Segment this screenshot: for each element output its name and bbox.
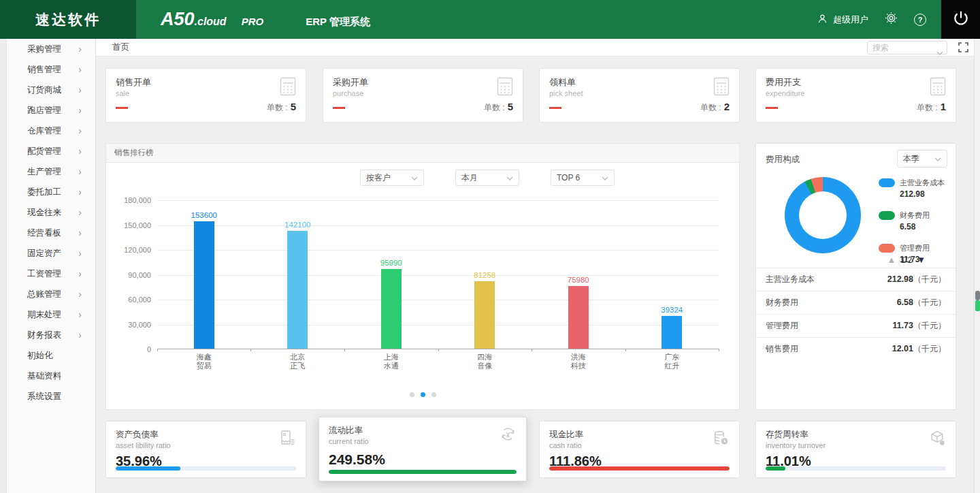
panel-title: 销售排行榜 [114, 148, 154, 158]
breadcrumb[interactable]: 首页 [112, 42, 129, 53]
x-axis-label: 广东红升 [625, 353, 719, 370]
power-icon [952, 10, 970, 30]
count-label: 单数 : [267, 103, 288, 112]
expense-period-select[interactable]: 本季 [897, 150, 947, 168]
legend-swatch [879, 244, 895, 253]
kpi-card-cash-ratio[interactable]: 现金比率 cash ratio 111.86% [539, 421, 740, 478]
sidebar-item-outsourcing[interactable]: 委托加工› [0, 182, 95, 202]
dimension-select[interactable]: 按客户 [360, 170, 424, 186]
kpi-progress-track [329, 470, 517, 474]
dashboard-content: 销售开单 sale 单数 :5 采购开单 purchase 单数 :5 [96, 57, 980, 493]
search-input[interactable] [867, 41, 947, 54]
product-edition: PRO [242, 16, 264, 27]
kpi-subtitle: inventory turnover [766, 441, 956, 449]
sidebar-item-period-end[interactable]: 期末处理› [0, 304, 95, 325]
stat-card-expenditure[interactable]: 费用开支 expenditure 单数 :1 [755, 68, 956, 123]
sidebar-item-distribution[interactable]: 配货管理› [0, 141, 95, 161]
sidebar-item-basic-data[interactable]: 基础资料 [0, 366, 95, 386]
carousel-dot-active[interactable] [421, 392, 425, 397]
x-axis-label: 四海音像 [438, 353, 532, 370]
chevron-down-icon[interactable] [936, 46, 943, 58]
sidebar-item-payroll[interactable]: 工资管理› [0, 264, 95, 284]
chevron-right-icon: › [78, 44, 82, 54]
user-menu[interactable]: 超级用户 [817, 13, 868, 27]
x-axis-tick [157, 349, 158, 351]
expense-unit: （千元） [913, 344, 946, 353]
logout-button[interactable] [941, 0, 980, 39]
settings-button[interactable] [885, 12, 898, 27]
sidebar-item-label: 现金往来 [27, 207, 61, 219]
stat-card-pick-sheet[interactable]: 领料单 pick sheet 单数 :2 [539, 68, 740, 123]
kpi-subtitle: current ratio [329, 437, 526, 445]
kpi-progress-fill [329, 470, 517, 474]
sidebar-item-dashboard[interactable]: 经营看板› [0, 223, 95, 243]
sidebar-item-label: 工资管理 [27, 268, 61, 280]
search-box [867, 41, 947, 54]
kpi-card-inventory-turnover[interactable]: 存货周转率 inventory turnover 11.01% [755, 421, 956, 478]
carousel-dot[interactable] [431, 392, 436, 397]
bar-column: 153600海鑫贸易 [157, 200, 251, 349]
calculator-icon [713, 77, 730, 99]
sidebar-item-label: 采购管理 [27, 44, 61, 55]
x-axis-label: 海鑫贸易 [157, 353, 251, 370]
period-select[interactable]: 本月 [455, 170, 519, 186]
stat-card-sale[interactable]: 销售开单 sale 单数 :5 [105, 68, 306, 123]
accent-dash [766, 107, 778, 109]
kpi-progress-fill [116, 466, 180, 471]
bar-column: 39324广东红升 [625, 200, 719, 349]
count-value: 5 [508, 101, 513, 112]
scrollbar-marker [975, 300, 980, 311]
calculator-icon [930, 77, 946, 99]
carousel-dots [106, 392, 739, 397]
chevron-right-icon: › [78, 167, 82, 176]
sidebar-item-fixed-assets[interactable]: 固定资产› [0, 243, 95, 264]
sidebar-item-label: 初始化 [27, 350, 53, 362]
down-arrow-icon[interactable]: ▼ [917, 255, 926, 265]
sidebar-item-ordering-mall[interactable]: 订货商城› [0, 80, 95, 100]
count-label: 单数 : [700, 103, 721, 112]
scrollbar-thumb[interactable] [975, 291, 980, 300]
sidebar-item-production[interactable]: 生产管理› [0, 161, 95, 182]
kpi-progress-track [116, 466, 296, 471]
sidebar-item-cash[interactable]: 现金往来› [0, 202, 95, 223]
up-arrow-icon[interactable]: ▲ [887, 255, 896, 265]
sidebar-item-warehouse[interactable]: 仓库管理› [0, 121, 95, 141]
sidebar-item-label: 总账管理 [27, 289, 61, 300]
fullscreen-icon[interactable] [958, 42, 968, 52]
y-axis-tick: 120,000 [124, 246, 151, 254]
bar-value-label: 153600 [191, 211, 217, 219]
bar-column: 75980洪海科技 [532, 200, 625, 349]
chevron-right-icon: › [78, 126, 82, 136]
sidebar-item-store-visit[interactable]: 跑店管理› [0, 100, 95, 121]
select-value: 本季 [903, 153, 919, 165]
kpi-progress-track [766, 466, 946, 471]
sidebar-item-general-ledger[interactable]: 总账管理› [0, 284, 95, 304]
user-icon [817, 13, 828, 27]
x-axis-label: 上海水通 [344, 353, 438, 370]
bar [568, 286, 589, 349]
panel-title: 费用构成 [766, 154, 800, 165]
kpi-progress-track [549, 466, 730, 471]
bar [381, 269, 402, 349]
bar-chart-plot: 180,000150,000120,00090,00060,00030,0000… [157, 200, 719, 349]
kpi-card-current-ratio[interactable]: 流动比率 current ratio 249.58% [318, 417, 527, 481]
chevron-down-icon [506, 173, 513, 182]
product-brand: A50 .cloud PRO ERP 管理系统 [161, 9, 370, 30]
stat-card-purchase[interactable]: 采购开单 purchase 单数 :5 [323, 68, 523, 123]
sidebar-item-financial-reports[interactable]: 财务报表› [0, 325, 95, 345]
help-button[interactable]: ? [914, 14, 926, 26]
y-axis-tick: 30,000 [128, 321, 151, 329]
sidebar-item-sales[interactable]: 销售管理› [0, 59, 95, 80]
kpi-title: 资产负债率 [116, 429, 306, 441]
sidebar-item-system-settings[interactable]: 系统设置 [0, 386, 95, 407]
topn-select[interactable]: TOP 6 [551, 170, 615, 186]
sidebar-item-purchase[interactable]: 采购管理› [0, 39, 95, 59]
kpi-card-asset-liability[interactable]: 资产负债率 asset libility ratio 35.96% [105, 421, 306, 478]
page-scrollbar[interactable] [974, 39, 980, 493]
x-axis-tick [250, 349, 251, 351]
legend-value: 212.98 [900, 189, 945, 199]
x-axis-label: 北京正飞 [251, 353, 345, 370]
carousel-dot[interactable] [410, 392, 414, 397]
accent-dash [549, 107, 561, 109]
sidebar-item-initialization[interactable]: 初始化 [0, 345, 95, 366]
